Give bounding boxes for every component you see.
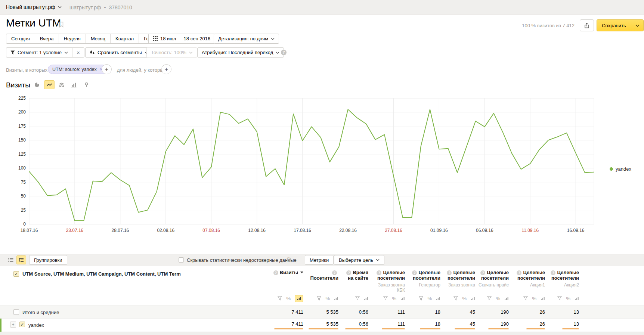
filter-funnel-icon[interactable] (355, 296, 360, 301)
value-text: 13 (574, 309, 579, 315)
add-visit-condition-button[interactable]: + (102, 64, 112, 74)
bar-chart-icon[interactable] (364, 296, 368, 301)
percent-bar (420, 328, 440, 329)
view-list-button[interactable] (6, 255, 16, 264)
metric-value: 111 (371, 319, 407, 332)
groupings-button[interactable]: Группировки (29, 255, 67, 265)
bar-chart-icon[interactable] (295, 295, 303, 302)
bar-chart-icon[interactable] (504, 296, 509, 301)
filter-funnel-icon[interactable] (487, 296, 492, 301)
filter-funnel-icon[interactable] (383, 296, 388, 301)
totals-checkbox[interactable] (13, 309, 19, 315)
goal-name: Акция1 (511, 282, 545, 288)
percent-icon[interactable]: % (462, 296, 467, 301)
percent-icon[interactable]: % (286, 296, 291, 301)
expand-row-button[interactable]: + (10, 322, 16, 328)
period-tab-week[interactable]: Неделя (59, 34, 86, 43)
percent-icon[interactable]: % (392, 296, 396, 301)
totals-row[interactable]: Итого и средние 7 4115 5350:561111845190… (0, 305, 644, 318)
help-icon[interactable]: ? (377, 270, 381, 275)
period-tab-quarter[interactable]: Квартал (110, 34, 139, 43)
yandex-checkbox[interactable]: ✓ (19, 322, 25, 327)
chart-type-columns-button[interactable] (69, 80, 79, 89)
map-pin-icon (84, 82, 89, 87)
filter-funnel-icon[interactable] (317, 296, 321, 301)
metric-column-header[interactable]: ?Целевые посетителиЗаказ звонка (443, 270, 477, 293)
visits-line-chart[interactable]: 025507510012515017520022518.07.1623.07.1… (0, 94, 644, 236)
tree-view-icon (19, 258, 24, 262)
view-tree-button[interactable] (16, 255, 26, 264)
help-icon[interactable]: ? (551, 270, 555, 275)
percent-icon[interactable]: % (532, 296, 536, 301)
attribution-button[interactable]: Атрибуция: Последний переход (197, 47, 284, 58)
segment-button[interactable]: Сегмент: 1 условие (6, 48, 72, 57)
save-dropdown-button[interactable] (631, 19, 644, 31)
filter-funnel-icon[interactable] (453, 296, 458, 301)
metric-column-header[interactable]: ?Целевые посетителиАкция1 (511, 270, 547, 293)
series-color-dot (610, 167, 613, 171)
metric-column-header[interactable]: ?Целевые посетителиГенератор (407, 270, 443, 293)
accuracy-button[interactable]: Точность: 100% (146, 47, 197, 58)
help-icon[interactable]: ? (332, 270, 337, 275)
dimensions-checkbox[interactable]: ✓ (13, 271, 19, 277)
bar-chart-icon[interactable] (471, 296, 475, 301)
chart-type-stacked-button[interactable] (56, 80, 67, 89)
period-tab-month[interactable]: Месяц (86, 34, 110, 43)
value-text: 111 (397, 321, 405, 327)
help-icon[interactable]: ? (281, 50, 287, 55)
percent-bar (309, 328, 338, 329)
filter-funnel-icon[interactable] (278, 296, 282, 301)
choose-goal-button[interactable]: Выберите цель (334, 255, 384, 265)
add-people-condition-button[interactable]: + (161, 64, 171, 74)
filter-funnel-icon[interactable] (523, 296, 528, 301)
filter-funnel-icon[interactable] (419, 296, 423, 301)
detailing-button[interactable]: Детализация: по дням (214, 34, 279, 44)
period-tab-yesterday[interactable]: Вчера (35, 34, 59, 43)
chevron-down-icon (635, 24, 640, 27)
help-icon[interactable]: ? (412, 270, 417, 275)
metric-value: 26 (511, 306, 547, 318)
bar-chart-icon[interactable] (334, 296, 338, 301)
metric-column-header[interactable]: ?Целевые посетителиСкачать прайс (477, 270, 511, 293)
period-tab-today[interactable]: Сегодня (6, 34, 35, 43)
help-icon[interactable]: ? (346, 270, 351, 275)
bar-chart-icon[interactable] (400, 296, 405, 301)
bar-chart-icon[interactable] (541, 296, 545, 301)
chart-type-map-button[interactable] (81, 80, 92, 89)
metric-column-header[interactable]: ?Посетители (306, 270, 341, 293)
utm-source-chip[interactable]: UTM: source: yandex × (48, 65, 107, 74)
help-icon[interactable]: ? (480, 270, 485, 275)
svg-text:16.09.16: 16.09.16 (567, 228, 585, 233)
metrics-button[interactable]: Метрики (305, 255, 334, 265)
chart-type-line-button[interactable] (44, 80, 55, 89)
metric-column-header[interactable]: ?Визиты (273, 270, 306, 293)
percent-icon[interactable]: % (325, 296, 330, 301)
bookmark-icon[interactable] (59, 22, 64, 29)
metric-column-header[interactable]: ?Целевые посетителиАкция2 (547, 270, 581, 293)
bar-chart-icon[interactable] (436, 296, 440, 301)
metric-column-header[interactable]: ?Время на сайте (341, 270, 371, 293)
filter-funnel-icon[interactable] (557, 296, 562, 301)
bar-chart-icon[interactable] (575, 296, 579, 301)
counter-switcher[interactable]: Новый шатрытут.рф (6, 4, 62, 10)
close-icon: × (77, 49, 80, 56)
help-icon[interactable]: ? (273, 270, 278, 275)
hide-unreliable-checkbox[interactable] (179, 257, 184, 263)
percent-icon[interactable]: % (496, 296, 500, 301)
save-button[interactable]: Сохранить (597, 19, 631, 31)
help-icon[interactable]: ? (517, 270, 521, 275)
sort-desc-icon[interactable] (300, 272, 303, 273)
percent-icon[interactable]: % (427, 296, 432, 301)
gear-icon[interactable]: ⚙ (286, 256, 291, 263)
segment-clear-button[interactable]: × (72, 48, 84, 57)
chart-type-pie-button[interactable] (32, 80, 42, 89)
table-row-yandex[interactable]: 7 4115 5350:5611118451902613 (0, 318, 644, 332)
date-range-button[interactable]: 18 июл — 18 сен 2016 (148, 34, 215, 44)
percent-icon[interactable]: % (566, 296, 570, 301)
export-button[interactable] (580, 19, 594, 31)
compare-segments-button[interactable]: Сравнить сегменты (85, 47, 153, 58)
help-icon[interactable]: ? (447, 270, 452, 275)
metric-column-header[interactable]: ?Целевые посетителиЗаказ звонка КБК (371, 270, 407, 293)
svg-text:22.08.16: 22.08.16 (339, 228, 357, 233)
chevron-down-icon (58, 6, 62, 8)
